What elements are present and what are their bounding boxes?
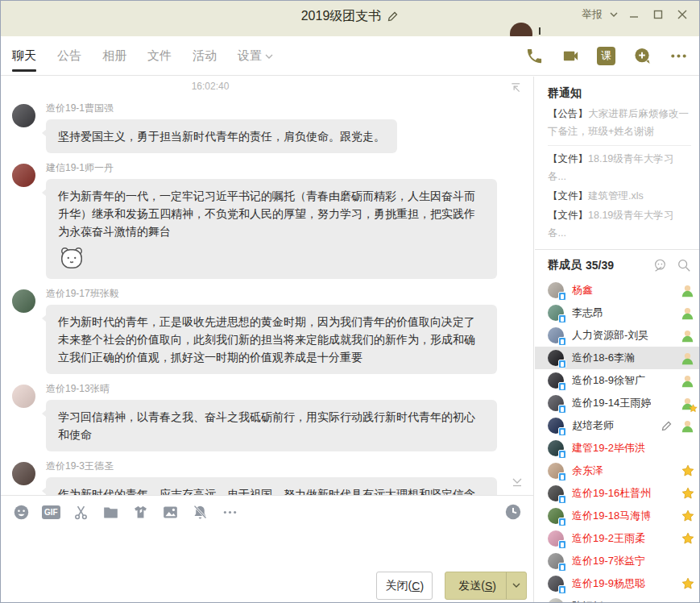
edit-title-icon[interactable]	[387, 10, 399, 23]
member-row[interactable]: 造价19-2王雨柔	[535, 527, 700, 550]
member-row[interactable]: 造价19-7张益宁	[535, 550, 700, 572]
member-row[interactable]: 李志昂	[535, 302, 700, 324]
sender-name[interactable]: 造价19-1曹国强	[46, 102, 397, 115]
online-person-icon	[681, 419, 694, 433]
sender-name[interactable]: 建信19-1师一丹	[46, 161, 497, 175]
add-bubble-icon[interactable]	[632, 46, 652, 65]
member-name: 造价19-16杜普州	[572, 486, 651, 501]
member-row[interactable]: 造价19-18马海博	[535, 505, 700, 527]
tab-files[interactable]: 文件	[147, 36, 172, 75]
member-avatar	[548, 418, 564, 434]
member-name: 造价19-14王雨婷	[572, 396, 651, 410]
group-notice-title: 群通知	[535, 77, 700, 104]
mobile-online-badge-icon	[558, 314, 566, 323]
star-icon	[681, 532, 694, 545]
emoji-icon[interactable]	[12, 503, 30, 521]
star-icon	[689, 404, 698, 413]
member-name: 造价19-7张益宁	[572, 554, 645, 568]
member-avatar	[548, 305, 564, 321]
message-bubble: 作为新时代的青年，应志存高远、忠于祖国，努力做新时代具有远大理想和坚定信念的爱国…	[46, 477, 497, 495]
member-name: 赵培老师	[572, 418, 614, 433]
send-button[interactable]: 发送(S)	[445, 572, 527, 600]
sender-name[interactable]: 造价19-13张晴	[46, 382, 497, 396]
tab-activities[interactable]: 活动	[193, 36, 217, 75]
chevron-down-icon	[265, 54, 273, 60]
anonymous-chat-icon[interactable]	[652, 258, 667, 272]
mobile-online-badge-icon	[558, 563, 566, 572]
clothes-icon[interactable]	[132, 503, 150, 521]
sender-name[interactable]: 造价19-3王德圣	[46, 460, 497, 473]
member-row[interactable]: 陈钰娇	[535, 595, 700, 603]
mobile-online-badge-icon	[558, 495, 566, 504]
tab-album[interactable]: 相册	[102, 36, 126, 75]
tab-chat[interactable]: 聊天	[12, 36, 36, 75]
member-name: 李志昂	[572, 306, 603, 320]
member-row[interactable]: 建管19-2毕伟洪	[535, 437, 700, 460]
mobile-online-badge-icon	[558, 360, 566, 368]
sender-name[interactable]: 造价19-17班张毅	[46, 287, 497, 301]
minimize-button[interactable]	[623, 6, 644, 23]
report-chevron-icon[interactable]	[607, 6, 620, 23]
search-members-icon[interactable]	[677, 258, 691, 272]
file-folder-icon[interactable]	[102, 503, 120, 521]
mobile-online-badge-icon	[558, 382, 566, 391]
tab-settings[interactable]: 设置	[238, 36, 273, 75]
member-row[interactable]: 杨鑫	[535, 279, 700, 302]
close-button[interactable]: 关闭(C)	[376, 572, 433, 600]
mute-bell-icon[interactable]	[192, 503, 209, 521]
online-person-icon	[681, 329, 694, 343]
notice-item[interactable]: 【公告】大家进群后麻烦修改一下备注，班级+姓名谢谢	[548, 104, 691, 146]
mobile-online-badge-icon	[558, 405, 566, 414]
qq-group-chat-window: 2019级团支书 举报 聊天 公	[0, 0, 700, 603]
member-avatar	[548, 327, 564, 343]
sender-avatar[interactable]	[12, 462, 35, 485]
scroll-to-top-icon[interactable]	[510, 81, 522, 94]
member-name: 建管19-2毕伟洪	[572, 441, 645, 455]
member-row[interactable]: 余东泽	[535, 460, 700, 482]
member-row[interactable]: 造价19-9杨思聪	[535, 572, 700, 595]
screenshot-scissors-icon[interactable]	[72, 503, 90, 521]
member-row[interactable]: 造价18-6李瀚	[535, 347, 700, 369]
tabbar: 聊天 公告 相册 文件 活动 设置 课	[1, 36, 699, 76]
report-button[interactable]: 举报	[582, 7, 603, 22]
member-row[interactable]: 造价18-9徐智广	[535, 369, 700, 392]
member-name: 余东泽	[572, 464, 603, 478]
maximize-button[interactable]	[648, 6, 669, 23]
notice-item[interactable]: 【文件】建筑管理.xls	[548, 186, 691, 206]
member-name: 杨鑫	[572, 283, 593, 297]
more-tools-icon[interactable]	[222, 503, 239, 521]
scroll-to-bottom-icon[interactable]	[511, 477, 524, 489]
member-avatar	[548, 463, 564, 479]
member-avatar	[548, 440, 564, 456]
sender-avatar[interactable]	[12, 104, 35, 127]
tab-announcements[interactable]: 公告	[57, 36, 81, 75]
member-row[interactable]: 赵培老师	[535, 414, 700, 437]
composer: GIF 关闭(C)	[1, 495, 534, 603]
chat-message: 造价19-13张晴 学习回信精神，以青春之我、奋斗之我砥砺前行，用实际行动践行新…	[12, 382, 533, 451]
notice-item[interactable]: 【文件】18.19级青年大学习各...	[548, 206, 691, 243]
notice-item[interactable]: 【文件】18.19级青年大学习各...	[548, 149, 691, 186]
message-history-icon[interactable]	[504, 503, 522, 521]
more-actions-icon[interactable]	[669, 46, 688, 65]
message-input[interactable]	[1, 530, 533, 574]
member-row[interactable]: 造价19-16杜普州	[535, 482, 700, 505]
send-options-chevron-icon[interactable]	[506, 572, 526, 599]
message-bubble: 作为新时代的青年，正是吸收先进思想的黄金时期，因为我们青年的价值取向决定了未来整…	[46, 305, 497, 374]
voice-call-icon[interactable]	[524, 46, 544, 65]
sender-avatar[interactable]	[12, 385, 35, 408]
close-window-button[interactable]	[672, 6, 693, 23]
sender-avatar[interactable]	[12, 289, 35, 313]
video-call-icon[interactable]	[561, 46, 580, 65]
image-icon[interactable]	[162, 503, 180, 521]
online-person-icon	[681, 374, 694, 388]
member-name: 造价19-9杨思聪	[572, 576, 645, 591]
online-person-icon	[681, 284, 694, 297]
online-person-icon	[681, 351, 694, 365]
sender-avatar[interactable]	[12, 164, 35, 187]
member-name: 陈钰娇	[572, 599, 603, 603]
member-row[interactable]: 造价19-14王雨婷	[535, 392, 700, 414]
class-group-icon[interactable]: 课	[597, 47, 615, 65]
gif-icon[interactable]: GIF	[42, 505, 60, 519]
chat-message-area[interactable]: 16:02:40 造价19-1曹国强 坚持爱国主义，勇于担当新时代青年的责任，肩…	[1, 77, 534, 495]
member-row[interactable]: 人力资源部-刘昊	[535, 324, 700, 347]
